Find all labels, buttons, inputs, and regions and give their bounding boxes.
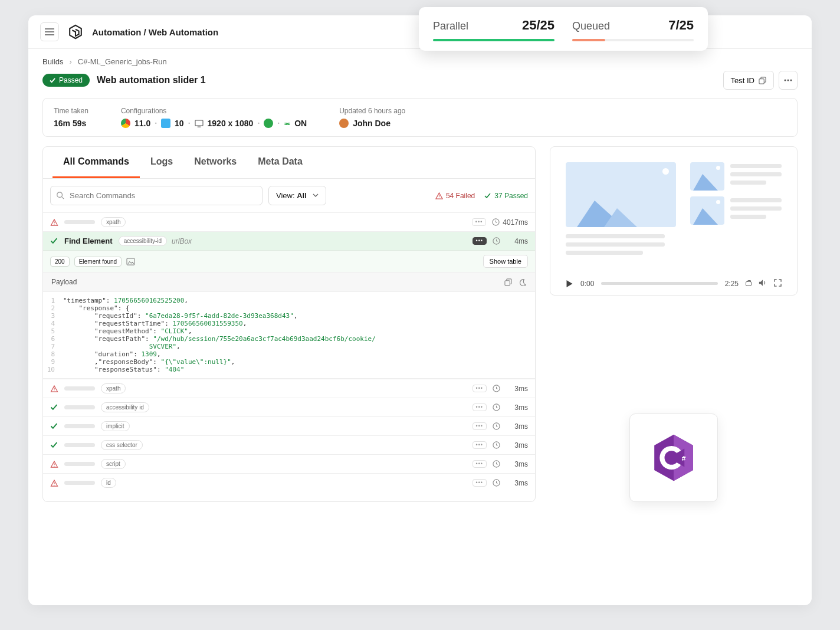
search-input[interactable] (50, 186, 262, 205)
video-time-start: 0:00 (580, 280, 594, 288)
menu-button[interactable] (40, 22, 59, 41)
show-table-button[interactable]: Show table (483, 255, 528, 268)
volume-icon[interactable] (759, 279, 767, 287)
payload-header: Payload (43, 272, 535, 291)
row-more-button[interactable]: ••• (472, 422, 487, 430)
tab-networks[interactable]: Networks (183, 147, 247, 178)
commands-panel: All Commands Logs Networks Meta Data Vie… (42, 146, 536, 502)
tabs: All Commands Logs Networks Meta Data (43, 147, 535, 179)
breadcrumb: Builds › C#-ML_Generic_jobs-Run (42, 57, 798, 66)
tab-logs[interactable]: Logs (140, 147, 183, 178)
command-subheader: 200 Element found Show table (43, 250, 535, 272)
row-more-button[interactable]: ••• (472, 479, 487, 487)
video-preview (566, 162, 782, 262)
queued-value: 7/25 (668, 18, 694, 33)
check-icon (50, 404, 58, 411)
clock-icon (492, 218, 500, 226)
warning-icon (50, 219, 58, 226)
row-more-button[interactable]: ••• (472, 403, 487, 411)
warning-icon (50, 461, 58, 468)
svg-point-6 (57, 192, 63, 198)
tab-all-commands[interactable]: All Commands (52, 147, 140, 178)
play-button[interactable] (566, 280, 573, 288)
warning-icon (50, 480, 58, 487)
command-row[interactable]: id•••3ms (43, 473, 535, 492)
chevron-down-icon (313, 193, 319, 198)
passed-count: 37 Passed (484, 192, 528, 200)
vpn-icon: ⫘ (284, 120, 290, 127)
user: John Doe (339, 119, 405, 128)
check-icon (50, 238, 58, 244)
parallel-value: 25/25 (522, 18, 554, 33)
fullscreen-icon[interactable] (774, 279, 782, 287)
svg-rect-1 (759, 78, 764, 83)
command-row[interactable]: css selector•••3ms (43, 435, 535, 454)
resolution-icon (195, 120, 204, 127)
warning-icon (50, 385, 58, 392)
check-icon (484, 193, 491, 199)
failed-count: 54 Failed (435, 192, 475, 200)
clock-icon (493, 237, 500, 245)
image-icon[interactable] (126, 258, 135, 265)
windows-icon (161, 119, 170, 128)
status-code: 200 (50, 257, 70, 267)
avatar (339, 119, 349, 128)
meta-card: Time taken 16m 59s Configurations 11.0· … (42, 98, 798, 137)
video-card: 0:00 2:25 (550, 146, 798, 296)
video-progress[interactable] (601, 282, 717, 285)
command-row[interactable]: script•••3ms (43, 454, 535, 473)
clock-icon (493, 479, 500, 487)
row-more-button[interactable]: ••• (472, 237, 487, 245)
row-more-button[interactable]: ••• (472, 385, 487, 392)
clock-icon (493, 385, 500, 392)
command-row[interactable]: xpath•••3ms (43, 379, 535, 398)
svg-point-19 (665, 451, 679, 465)
row-more-button[interactable]: ••• (472, 218, 486, 226)
svg-point-4 (790, 80, 792, 81)
test-id-button[interactable]: Test ID (723, 71, 774, 90)
tab-metadata[interactable]: Meta Data (247, 147, 313, 178)
chevron-right-icon: › (69, 57, 71, 66)
status-float-card: Parallel 25/25 Queued 7/25 (419, 7, 708, 51)
camera-icon[interactable] (746, 279, 752, 288)
time-taken: 16m 59s (54, 119, 88, 128)
svg-text:#: # (682, 454, 686, 462)
svg-rect-9 (127, 258, 134, 264)
command-row[interactable]: accessibility id•••3ms (43, 398, 535, 416)
row-more-button[interactable]: ••• (472, 460, 487, 468)
build-title: Web automation slider 1 (97, 75, 206, 86)
location-icon (264, 119, 273, 128)
breadcrumb-root[interactable]: Builds (42, 57, 63, 66)
payload-code: 1"timestamp": 170566560162525200,2 "resp… (43, 291, 535, 379)
status-badge: Passed (42, 74, 90, 87)
chrome-icon (121, 119, 130, 128)
row-more-button[interactable]: ••• (472, 441, 487, 449)
clock-icon (493, 422, 500, 430)
svg-rect-11 (505, 280, 510, 285)
logo-icon (67, 24, 84, 40)
search-icon (56, 191, 64, 199)
page-title: Automation / Web Automation (92, 27, 218, 37)
csharp-icon: # (652, 434, 695, 482)
svg-point-2 (785, 80, 786, 81)
view-select[interactable]: View: All (268, 186, 326, 205)
check-icon (50, 442, 58, 448)
command-row[interactable]: xpath•••4017ms (43, 212, 535, 231)
svg-rect-5 (195, 120, 203, 125)
queued-label: Queued (572, 20, 610, 32)
theme-icon[interactable] (519, 278, 527, 286)
command-row-expanded[interactable]: Find Element accessibility-id urlBox •••… (43, 231, 535, 250)
check-icon (50, 423, 58, 429)
locator: urlBox (172, 237, 192, 245)
parallel-label: Parallel (433, 20, 468, 32)
clock-icon (493, 403, 500, 411)
svg-point-3 (788, 80, 789, 81)
language-card: # (629, 414, 718, 502)
more-button[interactable] (779, 71, 798, 90)
video-time-end: 2:25 (725, 280, 739, 288)
clock-icon (493, 441, 500, 449)
clock-icon (493, 460, 500, 468)
command-row[interactable]: implicit•••3ms (43, 416, 535, 435)
configurations: 11.0· 10· 1920 x 1080· · ⫘ ON (121, 119, 307, 128)
copy-icon[interactable] (504, 278, 512, 286)
